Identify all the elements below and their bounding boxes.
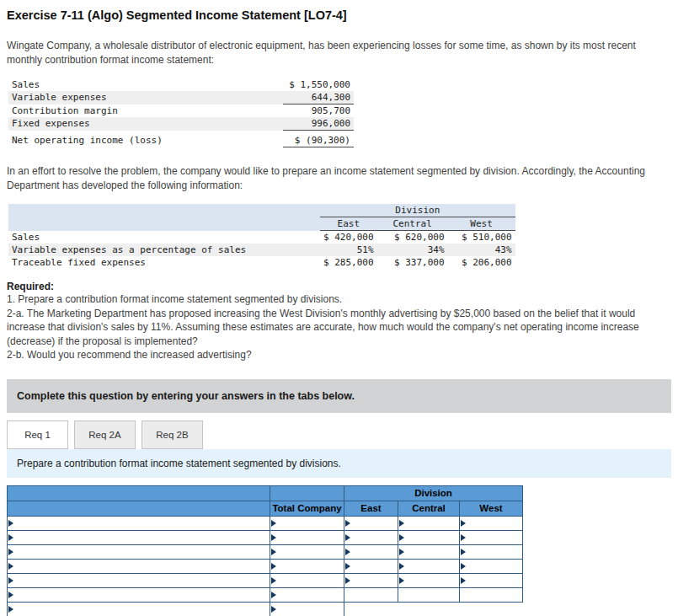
answer-label-cell[interactable]: [8, 516, 270, 530]
answer-total-cell[interactable]: [270, 516, 344, 530]
input-marker-icon: [8, 577, 13, 584]
division-group-header: Division: [320, 204, 515, 217]
east-header: East: [344, 501, 398, 516]
division-group-header-row: Division: [8, 204, 515, 217]
column-header-central: Central: [377, 217, 448, 231]
blank-header-cell: [8, 501, 270, 516]
input-marker-icon: [461, 563, 466, 570]
tab-panel-instruction: Prepare a contribution format income sta…: [7, 449, 671, 478]
answer-label-cell[interactable]: [8, 573, 270, 587]
east-value: $ 285,000: [320, 256, 377, 269]
blank-header-cell: [270, 485, 344, 501]
input-marker-icon: [271, 577, 276, 584]
page-title: Exercise 7-11 (Algo) Segmented Income St…: [7, 8, 671, 22]
tab-req-2a[interactable]: Req 2A: [74, 420, 136, 449]
row-value: 905,700: [283, 104, 354, 118]
answer-west-cell[interactable]: [460, 559, 523, 573]
answer-total-cell[interactable]: [270, 544, 344, 559]
division-info-table: Division East Central West Sales $ 420,0…: [8, 204, 515, 269]
blank-cell: [398, 587, 460, 602]
answer-total-cell[interactable]: [270, 559, 344, 573]
division-header: Division: [344, 485, 523, 501]
answer-label-cell[interactable]: [8, 544, 270, 559]
row-label: Net operating income (loss): [8, 134, 283, 147]
east-value: 51%: [320, 244, 377, 256]
tab-req-1[interactable]: Req 1: [7, 420, 68, 449]
required-item-1: 1. Prepare a contribution format income …: [7, 292, 667, 307]
answer-west-cell[interactable]: [460, 516, 523, 530]
answer-row: [8, 530, 523, 544]
west-header: West: [460, 501, 523, 516]
income-row: Contribution margin 905,700: [8, 104, 354, 118]
answer-row: [8, 559, 523, 573]
input-marker-icon: [271, 563, 276, 570]
answer-row: [8, 587, 523, 602]
answer-east-cell[interactable]: [344, 573, 398, 587]
answer-east-cell[interactable]: [344, 516, 398, 530]
answer-east-cell[interactable]: [344, 544, 398, 559]
input-marker-icon: [8, 534, 13, 541]
income-row-total: Net operating income (loss) $ (90,300): [8, 134, 354, 147]
division-info-row: Sales $ 420,000 $ 620,000 $ 510,000: [8, 231, 515, 244]
input-marker-icon: [8, 520, 13, 527]
answer-label-cell[interactable]: [8, 530, 270, 544]
answer-row: [8, 573, 523, 587]
answer-total-cell[interactable]: [270, 587, 344, 602]
input-marker-icon: [8, 606, 13, 613]
input-marker-icon: [345, 549, 350, 555]
input-marker-icon: [8, 592, 13, 598]
answer-central-cell[interactable]: [398, 573, 460, 587]
tab-req-2b[interactable]: Req 2B: [141, 420, 203, 449]
answer-west-cell[interactable]: [460, 573, 523, 587]
answer-total-cell[interactable]: [270, 530, 344, 544]
input-marker-icon: [8, 549, 13, 555]
row-label: Traceable fixed expenses: [8, 256, 320, 269]
west-value: $ 510,000: [448, 231, 515, 244]
division-columns-row: East Central West: [8, 217, 515, 231]
division-info-row: Traceable fixed expenses $ 285,000 $ 337…: [8, 256, 515, 269]
input-marker-icon: [399, 534, 404, 541]
required-heading: Required:: [7, 281, 671, 292]
row-label: Sales: [8, 231, 320, 244]
answer-central-cell[interactable]: [398, 544, 460, 559]
answer-central-cell[interactable]: [398, 559, 460, 573]
central-value: 34%: [377, 244, 448, 256]
west-value: $ 206,000: [448, 256, 515, 269]
row-value: $ (90,300): [283, 134, 354, 147]
row-label: Variable expenses as a percentage of sal…: [8, 244, 320, 256]
income-row: Variable expenses 644,300: [8, 91, 354, 104]
answer-east-cell[interactable]: [344, 530, 398, 544]
income-statement-table: Sales $ 1,550,000 Variable expenses 644,…: [8, 78, 354, 147]
answer-row: [8, 544, 523, 559]
answer-header-row-1: Division: [8, 485, 523, 501]
division-info-row: Variable expenses as a percentage of sal…: [8, 244, 515, 256]
answer-row: [8, 602, 523, 616]
answer-label-cell[interactable]: [8, 587, 270, 602]
central-header: Central: [398, 501, 460, 516]
row-value: 996,000: [283, 117, 354, 131]
blank-cell: [344, 587, 398, 602]
row-label: Variable expenses: [8, 91, 283, 104]
answer-total-cell[interactable]: [270, 602, 344, 616]
input-marker-icon: [345, 563, 350, 570]
input-marker-icon: [271, 549, 276, 555]
input-marker-icon: [461, 534, 466, 541]
answer-header-row-2: Total Company East Central West: [8, 501, 523, 516]
input-marker-icon: [461, 549, 466, 555]
input-marker-icon: [399, 577, 404, 584]
answer-central-cell[interactable]: [398, 516, 460, 530]
answer-label-cell[interactable]: [8, 559, 270, 573]
answer-west-cell[interactable]: [460, 544, 523, 559]
question-instruction-box: Complete this question by entering your …: [7, 379, 671, 413]
answer-row: [8, 516, 523, 530]
west-value: 43%: [448, 244, 515, 256]
input-marker-icon: [461, 577, 466, 584]
input-marker-icon: [399, 520, 404, 527]
blank-header-cell: [8, 485, 270, 501]
answer-central-cell[interactable]: [398, 530, 460, 544]
answer-west-cell[interactable]: [460, 530, 523, 544]
income-row: Sales $ 1,550,000: [8, 78, 354, 91]
answer-east-cell[interactable]: [344, 559, 398, 573]
answer-label-cell[interactable]: [8, 602, 270, 616]
answer-total-cell[interactable]: [270, 573, 344, 587]
